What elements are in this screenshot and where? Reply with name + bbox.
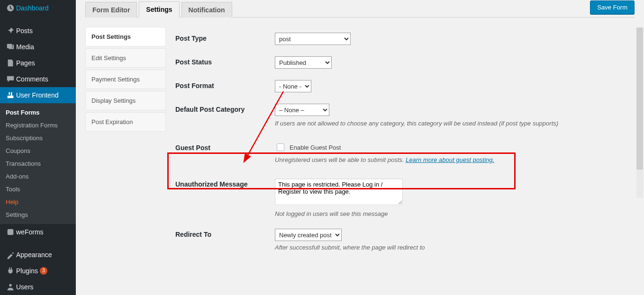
help-guest-post-text: Unregistered users will be able to submi… <box>275 156 406 163</box>
submenu-transactions[interactable]: Transactions <box>0 157 76 170</box>
main-content: Form Editor Settings Notification Save F… <box>76 0 644 295</box>
sidebar-label: User Frontend <box>16 91 58 99</box>
submenu-coupons[interactable]: Coupons <box>0 144 76 157</box>
sidebar-appearance[interactable]: Appearance <box>0 247 76 263</box>
wp-admin-sidebar: Dashboard Posts Media Pages Comments Use… <box>0 0 76 295</box>
tab-form-editor[interactable]: Form Editor <box>85 2 137 18</box>
sidebar-dashboard[interactable]: Dashboard <box>0 0 76 16</box>
guest-post-checkbox-row[interactable]: Enable Guest Post <box>275 142 616 152</box>
sidebar-label: Pages <box>16 59 35 67</box>
help-default-category: If users are not allowed to choose any c… <box>275 120 616 127</box>
select-post-format[interactable]: - None - <box>275 80 311 92</box>
label-unauth-message: Unauthorized Message <box>175 179 275 188</box>
sidebar-label: Dashboard <box>16 4 49 12</box>
link-learn-guest-posting[interactable]: Learn more about guest posting. <box>406 156 494 163</box>
sidebar-media[interactable]: Media <box>0 39 76 55</box>
select-post-status[interactable]: Published <box>275 56 332 69</box>
label-default-category: Default Post Category <box>175 104 275 113</box>
select-post-type[interactable]: post <box>275 33 351 45</box>
settings-body: Post Type post Post Status Published Pos… <box>166 27 635 273</box>
sidebar-plugins[interactable]: Plugins 3 <box>0 263 76 279</box>
plugin-update-badge: 3 <box>40 267 47 275</box>
pages-icon <box>5 59 16 67</box>
submenu-subscriptions[interactable]: Subscriptions <box>0 132 76 144</box>
tab-notification[interactable]: Notification <box>181 2 232 18</box>
sidebar-label: Plugins <box>16 267 38 275</box>
help-redirect: After successfull submit, where the page… <box>275 244 616 251</box>
dashboard-icon <box>5 4 16 12</box>
sidebar-label: Appearance <box>16 251 52 259</box>
submenu-settings[interactable]: Settings <box>0 208 76 221</box>
sidebar-user-frontend[interactable]: User Frontend <box>0 87 76 103</box>
scrollbar-thumb[interactable] <box>636 27 643 170</box>
pin-icon <box>5 27 16 35</box>
textarea-unauth-message[interactable] <box>275 179 403 205</box>
help-guest-post: Unregistered users will be able to submi… <box>275 156 616 163</box>
appearance-icon <box>5 250 16 259</box>
submenu-post-forms[interactable]: Post Forms <box>0 106 76 119</box>
vertical-scrollbar[interactable] <box>636 27 643 198</box>
label-post-format: Post Format <box>175 80 275 89</box>
sidebar-comments[interactable]: Comments <box>0 71 76 87</box>
weforms-icon <box>5 228 16 236</box>
user-frontend-icon <box>5 91 16 99</box>
subnav-edit-settings[interactable]: Edit Settings <box>85 48 166 68</box>
settings-subnav: Post Settings Edit Settings Payment Sett… <box>85 27 166 273</box>
submenu-help[interactable]: Help <box>0 196 76 208</box>
sidebar-posts[interactable]: Posts <box>0 23 76 39</box>
subnav-payment-settings[interactable]: Payment Settings <box>85 70 166 89</box>
subnav-post-expiration[interactable]: Post Expiration <box>85 112 166 132</box>
select-default-category[interactable]: – None – <box>275 104 329 116</box>
comments-icon <box>5 75 16 83</box>
sidebar-pages[interactable]: Pages <box>0 55 76 71</box>
select-redirect-to[interactable]: Newly created post <box>275 229 342 241</box>
media-icon <box>5 43 16 51</box>
plugins-icon <box>5 267 16 275</box>
sidebar-label: weForms <box>16 228 44 236</box>
svg-point-1 <box>9 284 11 286</box>
checkbox-enable-guest-post[interactable] <box>277 143 284 151</box>
user-frontend-submenu: Post Forms Registration Forms Subscripti… <box>0 103 76 224</box>
sidebar-weforms[interactable]: weForms <box>0 224 76 240</box>
sidebar-users[interactable]: Users <box>0 279 76 295</box>
subnav-display-settings[interactable]: Display Settings <box>85 91 166 110</box>
submenu-add-ons[interactable]: Add-ons <box>0 170 76 183</box>
checkbox-label: Enable Guest Post <box>290 144 341 151</box>
sidebar-label: Users <box>16 283 34 291</box>
submenu-registration-forms[interactable]: Registration Forms <box>0 119 76 132</box>
tab-settings[interactable]: Settings <box>139 1 179 18</box>
label-post-type: Post Type <box>175 33 275 42</box>
subnav-post-settings[interactable]: Post Settings <box>85 27 166 46</box>
label-redirect-to: Redirect To <box>175 229 275 238</box>
label-guest-post: Guest Post <box>175 142 275 152</box>
sidebar-label: Posts <box>16 27 33 35</box>
sidebar-label: Comments <box>16 75 48 83</box>
tabs-row: Form Editor Settings Notification Save F… <box>85 0 635 18</box>
submenu-tools[interactable]: Tools <box>0 183 76 196</box>
svg-rect-0 <box>8 229 14 235</box>
help-unauth: Not logged in users will see this messag… <box>275 210 616 217</box>
label-post-status: Post Status <box>175 56 275 66</box>
sidebar-label: Media <box>16 43 34 51</box>
users-icon <box>5 283 16 291</box>
save-form-button[interactable]: Save Form <box>590 0 635 14</box>
